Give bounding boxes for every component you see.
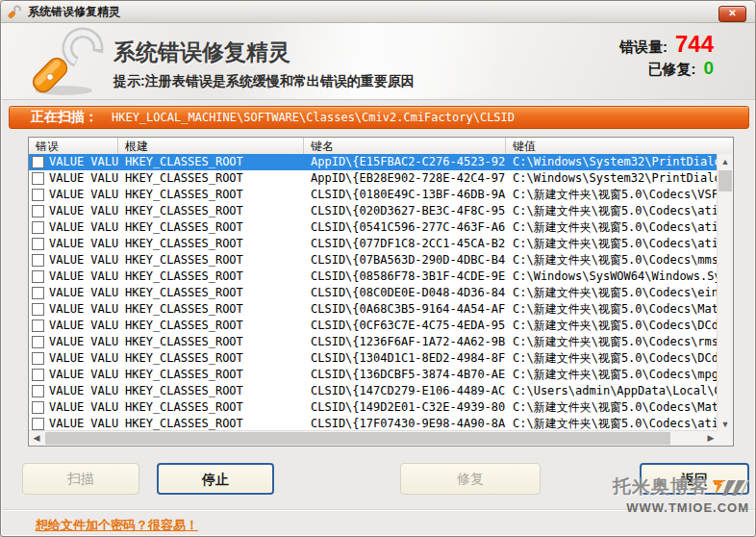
table-row[interactable]: VALUE VALUE HKEY_CLASSES_ROOT AppID\{E15… <box>29 154 718 170</box>
cell-keyname: CLSID\{0CF63C7E-4C75-4EDA-95... <box>304 318 506 334</box>
app-title: 系统错误修复精灵 <box>113 38 290 67</box>
cell-rootkey: HKEY_CLASSES_ROOT <box>118 301 304 318</box>
cell-rootkey: HKEY_CLASSES_ROOT <box>118 367 304 383</box>
cell-keyvalue: C:\新建文件夹\视窗5.0\Codecs\mpgd... <box>506 367 718 383</box>
row-checkbox[interactable] <box>32 352 44 365</box>
cell-error: VALUE VALUE <box>49 334 118 350</box>
row-checkbox[interactable] <box>32 287 44 299</box>
cell-keyname: CLSID\{08586F78-3B1F-4CDE-9E... <box>304 268 506 285</box>
password-tip-link[interactable]: 想给文件加个密码？很容易！ <box>36 517 198 534</box>
cell-rootkey: HKEY_CLASSES_ROOT <box>118 318 304 334</box>
watermark-url: WWW.TMIOE.COM <box>586 500 749 515</box>
row-checkbox[interactable] <box>32 205 44 217</box>
header-panel: 系统错误修复精灵 提示:注册表错误是系统缓慢和常出错误的重要原因 错误量: 74… <box>2 23 756 100</box>
table-row[interactable]: VALUE VALUE HKEY_CLASSES_ROOT CLSID\{130… <box>29 350 718 367</box>
error-count-label: 错误量: <box>619 38 668 57</box>
row-checkbox[interactable] <box>32 418 44 430</box>
table-row[interactable]: VALUE VALUE HKEY_CLASSES_ROOT CLSID\{054… <box>29 219 718 236</box>
row-checkbox[interactable] <box>32 303 44 316</box>
table-row[interactable]: VALUE VALUE HKEY_CLASSES_ROOT CLSID\{077… <box>29 236 718 252</box>
cell-keyvalue: C:\新建文件夹\视窗5.0\Codecs\mmsw.ax <box>506 252 718 268</box>
row-checkbox[interactable] <box>32 270 44 283</box>
table-row[interactable]: VALUE VALUE HKEY_CLASSES_ROOT CLSID\{149… <box>29 399 718 416</box>
cell-error: VALUE VALUE <box>49 187 118 203</box>
cell-keyname: CLSID\{077DF1C8-2CC1-45CA-B2... <box>304 236 506 252</box>
cell-error: VALUE VALUE <box>49 301 118 318</box>
cell-keyvalue: C:\Windows\System32\PrintDialogHo... <box>506 170 718 187</box>
cell-keyname: CLSID\{0180E49C-13BF-46DB-9A... <box>304 187 506 203</box>
cell-rootkey: HKEY_CLASSES_ROOT <box>118 170 304 187</box>
column-header-rootkey[interactable]: 根建 <box>118 138 304 154</box>
cell-keyname: CLSID\{149D2E01-C32E-4939-80... <box>304 399 506 416</box>
cell-keyname: AppID\{E15FBAC2-C276-4523-92... <box>304 154 506 170</box>
close-button[interactable]: ✕ <box>718 6 746 22</box>
row-checkbox[interactable] <box>32 189 44 201</box>
table-row[interactable]: VALUE VALUE HKEY_CLASSES_ROOT CLSID\{136… <box>29 367 718 383</box>
column-header-keyname[interactable]: 键名 <box>304 138 506 154</box>
column-header-keyvalue[interactable]: 键值 <box>506 138 718 154</box>
cell-keyname: CLSID\{1236F6AF-1A72-4A62-9B... <box>304 334 506 350</box>
cell-keyvalue: C:\新建文件夹\视窗5.0\Codecs\atid... <box>506 236 718 252</box>
cell-error: VALUE VALUE <box>49 170 118 187</box>
cell-keyvalue: C:\新建文件夹\视窗5.0\Codecs\atid... <box>506 203 718 219</box>
cell-error: VALUE VALUE <box>49 399 118 416</box>
cell-error: VALUE VALUE <box>49 203 118 219</box>
scan-button[interactable]: 扫描 <box>22 463 139 495</box>
scan-status-bar: 正在扫描： HKEY_LOCAL_MACHINE\SOFTWARE\Classe… <box>9 106 749 129</box>
fixed-count-label: 已修复: <box>647 61 695 79</box>
row-checkbox[interactable] <box>32 221 44 234</box>
list-header: 错误 根建 键名 键值 <box>29 138 733 155</box>
table-row[interactable]: VALUE VALUE HKEY_CLASSES_ROOT CLSID\{020… <box>29 203 718 219</box>
table-row[interactable]: VALUE VALUE HKEY_CLASSES_ROOT CLSID\{08C… <box>29 285 718 301</box>
cell-keyvalue: C:\新建文件夹\视窗5.0\Codecs\DCds... <box>506 318 718 334</box>
back-button[interactable]: 返回 <box>640 463 749 495</box>
wrench-logo-icon <box>23 27 112 98</box>
row-checkbox[interactable] <box>32 254 44 267</box>
app-subtitle: 提示:注册表错误是系统缓慢和常出错误的重要原因 <box>113 73 415 90</box>
cell-keyvalue: C:\新建文件夹\视窗5.0\Codecs\atid... <box>506 219 718 236</box>
row-checkbox[interactable] <box>32 385 44 397</box>
cell-keyname: CLSID\{020D3627-BE3C-4F8C-95... <box>304 203 506 219</box>
cell-keyname: CLSID\{0A68C3B5-9164-4A54-AF... <box>304 301 506 318</box>
vertical-scroll-thumb[interactable] <box>718 170 732 192</box>
scroll-up-arrow[interactable]: ▲ <box>718 154 733 169</box>
error-count-value: 744 <box>675 33 714 56</box>
table-row[interactable]: VALUE VALUE HKEY_CLASSES_ROOT AppID\{EB2… <box>29 170 718 187</box>
cell-rootkey: HKEY_CLASSES_ROOT <box>118 154 304 170</box>
column-header-error[interactable]: 错误 <box>29 138 118 154</box>
table-row[interactable]: VALUE VALUE HKEY_CLASSES_ROOT CLSID\{07B… <box>29 252 718 268</box>
row-checkbox[interactable] <box>32 238 44 250</box>
cell-keyvalue: C:\新建文件夹\视窗5.0\Codecs\VSFi... <box>506 187 718 203</box>
error-list: 错误 根建 键名 键值 VALUE VALUE HKEY_CLASSES_ROO… <box>28 137 734 447</box>
scroll-left-arrow[interactable]: ◀ <box>29 431 44 446</box>
cell-keyname: AppID\{EB28E902-728E-42C4-97... <box>304 170 506 187</box>
stats-panel: 错误量: 744 已修复: 0 <box>619 33 714 81</box>
repair-button[interactable]: 修复 <box>400 463 541 495</box>
row-checkbox[interactable] <box>32 320 44 332</box>
cell-keyvalue: C:\新建文件夹\视窗5.0\Codecs\DCds... <box>506 350 718 367</box>
table-row[interactable]: VALUE VALUE HKEY_CLASSES_ROOT CLSID\{018… <box>29 187 718 203</box>
horizontal-scrollbar[interactable]: ◀ ▶ <box>29 430 718 446</box>
row-checkbox[interactable] <box>32 156 44 168</box>
fixed-count-value: 0 <box>703 59 714 78</box>
row-checkbox[interactable] <box>32 172 44 185</box>
row-checkbox[interactable] <box>32 369 44 381</box>
cell-error: VALUE VALUE <box>49 252 118 268</box>
row-checkbox[interactable] <box>32 401 44 414</box>
cell-keyvalue: C:\Windows\System32\PrintDialogHo... <box>506 154 718 170</box>
cell-rootkey: HKEY_CLASSES_ROOT <box>118 219 304 236</box>
cell-error: VALUE VALUE <box>49 285 118 301</box>
table-row[interactable]: VALUE VALUE HKEY_CLASSES_ROOT CLSID\{0A6… <box>29 301 718 318</box>
row-checkbox[interactable] <box>32 336 44 348</box>
cell-rootkey: HKEY_CLASSES_ROOT <box>118 383 304 399</box>
table-row[interactable]: VALUE VALUE HKEY_CLASSES_ROOT CLSID\{123… <box>29 334 718 350</box>
vertical-scrollbar[interactable]: ▲ ▼ <box>717 154 733 432</box>
window-title: 系统错误修复精灵 <box>28 4 120 20</box>
cell-error: VALUE VALUE <box>49 350 118 367</box>
stop-button[interactable]: 停止 <box>157 463 274 495</box>
table-row[interactable]: VALUE VALUE HKEY_CLASSES_ROOT CLSID\{085… <box>29 268 718 285</box>
cell-keyname: CLSID\{07BA563D-290D-4DBC-B4... <box>304 252 506 268</box>
horizontal-scroll-thumb[interactable] <box>45 432 670 445</box>
table-row[interactable]: VALUE VALUE HKEY_CLASSES_ROOT CLSID\{0CF… <box>29 318 718 334</box>
table-row[interactable]: VALUE VALUE HKEY_CLASSES_ROOT CLSID\{147… <box>29 383 718 399</box>
